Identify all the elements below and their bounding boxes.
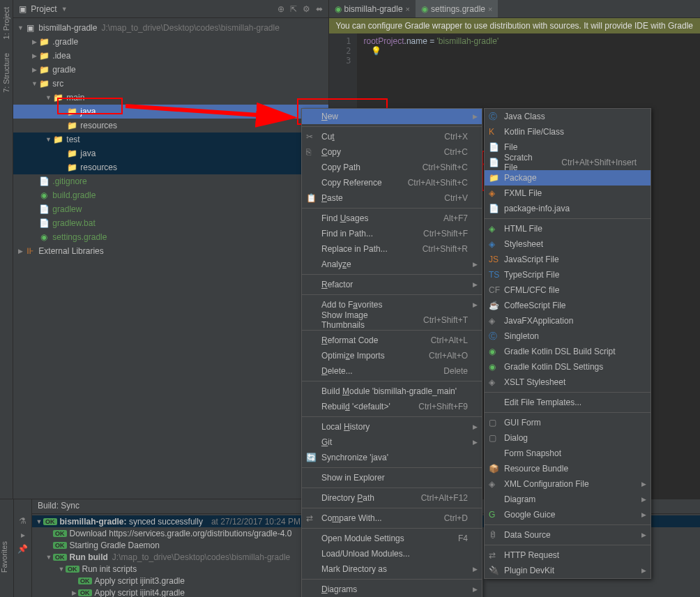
tree-item-java[interactable]: 📁 java	[13, 105, 328, 119]
favorites-tool-button[interactable]: Favorites	[0, 541, 8, 573]
menu-item-local-history[interactable]: Local History▶	[302, 419, 482, 434]
form-icon: ▢	[489, 418, 496, 428]
sync-toolbar: ⚗ ▸ 📌	[14, 499, 32, 597]
menu-item-copy[interactable]: ⎘CopyCtrl+C	[302, 144, 482, 160]
menu-item-stylesheet[interactable]: ◈Stylesheet	[485, 236, 650, 252]
tree-item-gradlew-bat[interactable]: 📄 gradlew.bat	[13, 216, 328, 230]
editor-tab-2[interactable]: ◉ settings.gradle ×	[416, 0, 498, 17]
menu-item-pkginfo[interactable]: 📄package-info.java	[485, 201, 650, 216]
menu-item-delete[interactable]: Delete...Delete	[302, 363, 482, 379]
dropdown-icon[interactable]: ▼	[61, 6, 68, 13]
menu-item-gui-form[interactable]: ▢GUI Form	[485, 415, 650, 430]
menu-item-sync[interactable]: 🔄Synchronize 'java'	[302, 450, 482, 465]
menu-item-replace-in-path[interactable]: Replace in Path...Ctrl+Shift+R	[302, 241, 482, 257]
menu-item-paste[interactable]: 📋PasteCtrl+V	[302, 190, 482, 206]
menu-item-java-class[interactable]: ⒸJava Class	[485, 109, 650, 124]
tree-item-gradle-dot[interactable]: 📁 .gradle	[13, 35, 328, 49]
menu-item-copy-path[interactable]: Copy PathCtrl+Shift+C	[302, 160, 482, 175]
hide-icon[interactable]: ⬌	[316, 4, 323, 14]
menu-item-xml-config[interactable]: ◈XML Configuration File▶	[485, 476, 650, 492]
menu-item-analyze[interactable]: Analyze▶	[302, 257, 482, 272]
copy-icon: ⎘	[306, 147, 311, 157]
menu-item-singleton[interactable]: ⒸSingleton	[485, 328, 650, 344]
menu-item-find-usages[interactable]: Find UsagesAlt+F7	[302, 211, 482, 226]
menu-item-plugin-devkit[interactable]: 🔌Plugin DevKit▶	[485, 563, 650, 578]
menu-item-guice[interactable]: GGoogle Guice▶	[485, 507, 650, 522]
menu-item-reformat[interactable]: Reformat CodeCtrl+Alt+L	[302, 333, 482, 348]
xml-icon: ◈	[489, 479, 495, 489]
menu-item-cut[interactable]: ✂CutCtrl+X	[302, 129, 482, 144]
tree-item-src[interactable]: 📁 src	[13, 77, 328, 91]
expand-icon[interactable]: ▸	[21, 530, 25, 540]
menu-item-form-snapshot[interactable]: Form Snapshot	[485, 446, 650, 461]
tree-item-settings-gradle[interactable]: ◉ settings.gradle	[13, 230, 328, 244]
gradle-icon: ◉	[421, 4, 428, 14]
menu-item-rebuild[interactable]: Rebuild '<default>'Ctrl+Shift+F9	[302, 399, 482, 414]
menu-item-fxml[interactable]: ◈FXML File	[485, 186, 650, 201]
menu-item-new[interactable]: New▶	[302, 109, 482, 124]
menu-item-data-source[interactable]: 🛢Data Source▶	[485, 527, 650, 543]
menu-item-scratch[interactable]: 📄Scratch FileCtrl+Alt+Shift+Insert	[485, 155, 650, 170]
project-tool-button[interactable]: 1: Project	[2, 7, 10, 39]
cfml-icon: CF	[489, 285, 500, 295]
menu-item-gradle-kdsl[interactable]: ◉Gradle Kotlin DSL Build Script	[485, 344, 650, 359]
menu-item-http-request[interactable]: ⇄HTTP Request	[485, 547, 650, 563]
collapse-icon[interactable]: ⇱	[290, 4, 297, 14]
menu-item-dialog[interactable]: ▢Dialog	[485, 430, 650, 446]
menu-item-diagram[interactable]: Diagram▶	[485, 492, 650, 507]
tree-item-gitignore[interactable]: 📄 .gitignore	[13, 174, 328, 188]
menu-item-copy-ref[interactable]: Copy ReferenceCtrl+Alt+Shift+C	[302, 175, 482, 190]
menu-item-html[interactable]: ◈HTML File	[485, 221, 650, 236]
menu-item-ts[interactable]: TSTypeScript File	[485, 267, 650, 282]
menu-item-js[interactable]: JSJavaScript File	[485, 252, 650, 267]
tree-item-resources[interactable]: 📁 resources	[13, 119, 328, 133]
menu-item-git[interactable]: Git▶	[302, 434, 482, 450]
menu-item-diagrams[interactable]: Diagrams▶	[302, 582, 482, 597]
locate-icon[interactable]: ⊕	[277, 4, 284, 14]
menu-item-compare[interactable]: ⇄Compare With...Ctrl+D	[302, 511, 482, 526]
tree-item-java-test[interactable]: 📁 java	[13, 146, 328, 160]
menu-item-show-thumb[interactable]: Show Image ThumbnailsCtrl+Shift+T	[302, 312, 482, 328]
settings-icon[interactable]: ⚙	[303, 4, 310, 14]
ok-badge: OK	[78, 589, 92, 596]
tree-root[interactable]: ▣ bismillah-gradle J:\map_to_drive\Deskt…	[13, 21, 328, 35]
menu-item-resource-bundle[interactable]: 📦Resource Bundle	[485, 461, 650, 476]
bulb-icon[interactable]: 💡	[364, 46, 499, 56]
project-tree: ▣ bismillah-gradle J:\map_to_drive\Deskt…	[13, 18, 328, 261]
menu-item-kotlin[interactable]: KKotlin File/Class	[485, 124, 650, 139]
tree-item-gradle[interactable]: 📁 gradle	[13, 63, 328, 77]
project-panel: ▣ Project ▼ ⊕ ⇱ ⚙ ⬌ ▣ bismillah-gradle J…	[13, 0, 328, 499]
tree-item-resources-test[interactable]: 📁 resources	[13, 160, 328, 174]
menu-item-open-module[interactable]: Open Module SettingsF4	[302, 531, 482, 546]
menu-item-javafx[interactable]: ◈JavaFXApplication	[485, 313, 650, 328]
tree-item-idea[interactable]: 📁 .idea	[13, 49, 328, 63]
menu-item-coffee[interactable]: ☕CoffeeScript File	[485, 298, 650, 313]
menu-item-build-module[interactable]: Build Module 'bismillah-gradle_main'	[302, 384, 482, 399]
menu-item-show-explorer[interactable]: Show in Explorer	[302, 470, 482, 485]
db-icon: 🛢	[489, 530, 497, 540]
tree-item-ext-libs[interactable]: ⊪ External Libraries	[13, 244, 328, 258]
js-icon: JS	[489, 255, 499, 264]
menu-item-optimize[interactable]: Optimize ImportsCtrl+Alt+O	[302, 348, 482, 363]
menu-item-refactor[interactable]: Refactor▶	[302, 277, 482, 292]
filter-icon[interactable]: ⚗	[19, 516, 26, 526]
class-icon: Ⓒ	[489, 111, 497, 123]
tree-item-test[interactable]: 📁 test	[13, 133, 328, 146]
tree-item-build-gradle[interactable]: ◉ build.gradle	[13, 188, 328, 202]
editor-tab-1[interactable]: ◉ bismillah-gradle ×	[329, 0, 416, 17]
menu-item-find-in-path[interactable]: Find in Path...Ctrl+Shift+F	[302, 226, 482, 241]
menu-item-xslt[interactable]: ◈XSLT Stylesheet	[485, 375, 650, 390]
close-icon[interactable]: ×	[406, 5, 410, 13]
menu-item-dir-path[interactable]: Directory PathCtrl+Alt+F12	[302, 490, 482, 506]
structure-tool-button[interactable]: 7: Structure	[2, 53, 10, 93]
menu-item-load-unload[interactable]: Load/Unload Modules...	[302, 546, 482, 561]
pin-icon[interactable]: 📌	[17, 544, 28, 554]
tree-item-main[interactable]: 📁 main	[13, 91, 328, 105]
menu-item-mark-dir[interactable]: Mark Directory as▶	[302, 561, 482, 577]
close-icon[interactable]: ×	[488, 5, 492, 13]
menu-item-gradle-ksettings[interactable]: ◉Gradle Kotlin DSL Settings	[485, 359, 650, 375]
menu-item-cfml[interactable]: CFCFML/CFC file	[485, 282, 650, 298]
menu-item-edit-templates[interactable]: Edit File Templates...	[485, 395, 650, 410]
tree-item-gradlew[interactable]: 📄 gradlew	[13, 202, 328, 216]
menu-item-package[interactable]: 📁Package	[485, 170, 650, 186]
